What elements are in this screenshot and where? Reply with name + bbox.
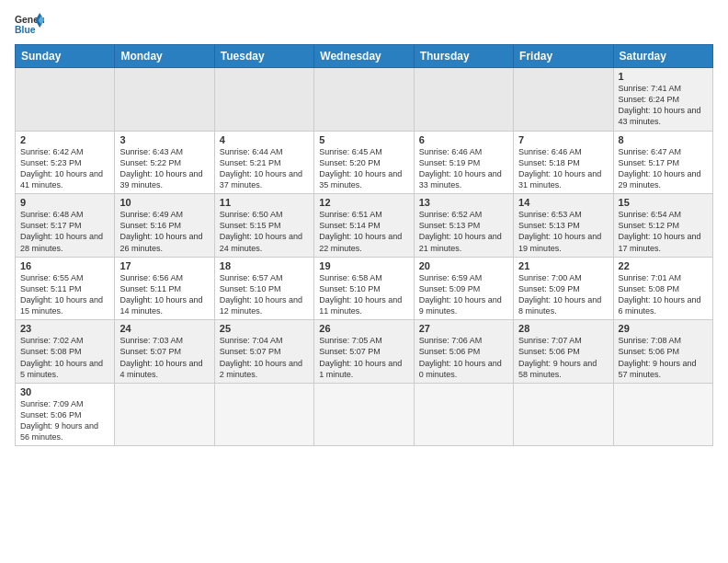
day-info: Sunrise: 6:55 AM Sunset: 5:11 PM Dayligh… — [20, 272, 109, 317]
calendar-day-cell: 29Sunrise: 7:08 AM Sunset: 5:06 PM Dayli… — [613, 320, 712, 384]
page: General Blue SundayMondayTuesdayWednesda… — [0, 0, 728, 563]
day-info: Sunrise: 6:53 AM Sunset: 5:13 PM Dayligh… — [518, 209, 608, 254]
calendar-day-cell — [414, 68, 513, 132]
weekday-header-saturday: Saturday — [613, 45, 712, 68]
calendar-day-cell — [214, 383, 313, 446]
calendar-day-cell — [115, 68, 214, 132]
day-info: Sunrise: 6:58 AM Sunset: 5:10 PM Dayligh… — [319, 272, 408, 317]
day-number: 30 — [20, 386, 109, 397]
day-number: 17 — [119, 260, 209, 271]
calendar-day-cell — [314, 383, 414, 446]
calendar-day-cell: 19Sunrise: 6:58 AM Sunset: 5:10 PM Dayli… — [314, 257, 414, 320]
calendar-day-cell: 1Sunrise: 7:41 AM Sunset: 6:24 PM Daylig… — [613, 68, 712, 132]
day-number: 27 — [419, 323, 508, 334]
day-info: Sunrise: 6:42 AM Sunset: 5:23 PM Dayligh… — [20, 146, 109, 191]
calendar-day-cell: 18Sunrise: 6:57 AM Sunset: 5:10 PM Dayli… — [214, 257, 313, 320]
calendar-day-cell: 24Sunrise: 7:03 AM Sunset: 5:07 PM Dayli… — [115, 320, 214, 384]
day-info: Sunrise: 7:07 AM Sunset: 5:06 PM Dayligh… — [518, 335, 608, 380]
calendar-day-cell: 5Sunrise: 6:45 AM Sunset: 5:20 PM Daylig… — [314, 131, 414, 194]
day-number: 5 — [319, 134, 408, 145]
day-number: 23 — [20, 323, 109, 334]
day-info: Sunrise: 7:05 AM Sunset: 5:07 PM Dayligh… — [319, 335, 408, 380]
day-number: 29 — [619, 323, 708, 334]
calendar-day-cell — [314, 68, 414, 132]
calendar-day-cell — [613, 383, 712, 446]
day-number: 12 — [319, 197, 408, 208]
day-info: Sunrise: 6:45 AM Sunset: 5:20 PM Dayligh… — [319, 146, 408, 191]
calendar-day-cell: 22Sunrise: 7:01 AM Sunset: 5:08 PM Dayli… — [613, 257, 712, 320]
calendar-day-cell: 26Sunrise: 7:05 AM Sunset: 5:07 PM Dayli… — [314, 320, 414, 384]
day-info: Sunrise: 7:41 AM Sunset: 6:24 PM Dayligh… — [619, 83, 708, 128]
day-info: Sunrise: 6:48 AM Sunset: 5:17 PM Dayligh… — [20, 209, 109, 254]
day-number: 21 — [518, 260, 608, 271]
day-info: Sunrise: 7:02 AM Sunset: 5:08 PM Dayligh… — [20, 335, 109, 380]
day-number: 24 — [119, 323, 209, 334]
calendar-day-cell: 15Sunrise: 6:54 AM Sunset: 5:12 PM Dayli… — [613, 194, 712, 258]
calendar-day-cell: 30Sunrise: 7:09 AM Sunset: 5:06 PM Dayli… — [16, 383, 115, 446]
day-number: 4 — [220, 134, 309, 145]
calendar-day-cell: 11Sunrise: 6:50 AM Sunset: 5:15 PM Dayli… — [214, 194, 313, 258]
header: General Blue — [15, 11, 713, 37]
day-number: 20 — [419, 260, 508, 271]
day-info: Sunrise: 6:56 AM Sunset: 5:11 PM Dayligh… — [119, 272, 209, 317]
calendar-day-cell: 8Sunrise: 6:47 AM Sunset: 5:17 PM Daylig… — [613, 131, 712, 194]
calendar-week-row: 9Sunrise: 6:48 AM Sunset: 5:17 PM Daylig… — [16, 194, 713, 258]
weekday-header-sunday: Sunday — [16, 45, 115, 68]
weekday-header-wednesday: Wednesday — [314, 45, 414, 68]
calendar-day-cell: 28Sunrise: 7:07 AM Sunset: 5:06 PM Dayli… — [514, 320, 613, 384]
day-info: Sunrise: 6:47 AM Sunset: 5:17 PM Dayligh… — [619, 146, 708, 191]
calendar-day-cell: 9Sunrise: 6:48 AM Sunset: 5:17 PM Daylig… — [16, 194, 115, 258]
day-info: Sunrise: 6:57 AM Sunset: 5:10 PM Dayligh… — [220, 272, 309, 317]
calendar-day-cell: 3Sunrise: 6:43 AM Sunset: 5:22 PM Daylig… — [115, 131, 214, 194]
day-number: 6 — [419, 134, 508, 145]
calendar-day-cell: 21Sunrise: 7:00 AM Sunset: 5:09 PM Dayli… — [514, 257, 613, 320]
calendar-day-cell — [514, 68, 613, 132]
day-info: Sunrise: 7:03 AM Sunset: 5:07 PM Dayligh… — [119, 335, 209, 380]
day-number: 22 — [619, 260, 708, 271]
calendar-day-cell: 20Sunrise: 6:59 AM Sunset: 5:09 PM Dayli… — [414, 257, 513, 320]
calendar-day-cell — [115, 383, 214, 446]
day-info: Sunrise: 6:52 AM Sunset: 5:13 PM Dayligh… — [419, 209, 508, 254]
calendar-day-cell: 10Sunrise: 6:49 AM Sunset: 5:16 PM Dayli… — [115, 194, 214, 258]
day-number: 7 — [518, 134, 608, 145]
calendar-header-row: SundayMondayTuesdayWednesdayThursdayFrid… — [16, 45, 713, 68]
calendar-day-cell — [214, 68, 313, 132]
calendar-table: SundayMondayTuesdayWednesdayThursdayFrid… — [15, 44, 713, 446]
day-number: 2 — [20, 134, 109, 145]
day-number: 25 — [220, 323, 309, 334]
day-number: 14 — [518, 197, 608, 208]
day-info: Sunrise: 7:04 AM Sunset: 5:07 PM Dayligh… — [220, 335, 309, 380]
day-info: Sunrise: 7:09 AM Sunset: 5:06 PM Dayligh… — [20, 398, 109, 443]
calendar-day-cell — [16, 68, 115, 132]
weekday-header-tuesday: Tuesday — [214, 45, 313, 68]
logo: General Blue — [15, 11, 44, 37]
day-number: 18 — [220, 260, 309, 271]
calendar-day-cell: 17Sunrise: 6:56 AM Sunset: 5:11 PM Dayli… — [115, 257, 214, 320]
day-number: 13 — [419, 197, 508, 208]
calendar-week-row: 23Sunrise: 7:02 AM Sunset: 5:08 PM Dayli… — [16, 320, 713, 384]
calendar-week-row: 1Sunrise: 7:41 AM Sunset: 6:24 PM Daylig… — [16, 68, 713, 132]
day-info: Sunrise: 6:43 AM Sunset: 5:22 PM Dayligh… — [119, 146, 209, 191]
weekday-header-thursday: Thursday — [414, 45, 513, 68]
day-info: Sunrise: 7:08 AM Sunset: 5:06 PM Dayligh… — [619, 335, 708, 380]
calendar-week-row: 30Sunrise: 7:09 AM Sunset: 5:06 PM Dayli… — [16, 383, 713, 446]
day-info: Sunrise: 6:51 AM Sunset: 5:14 PM Dayligh… — [319, 209, 408, 254]
calendar-week-row: 2Sunrise: 6:42 AM Sunset: 5:23 PM Daylig… — [16, 131, 713, 194]
day-number: 11 — [220, 197, 309, 208]
calendar-day-cell: 23Sunrise: 7:02 AM Sunset: 5:08 PM Dayli… — [16, 320, 115, 384]
calendar-day-cell — [514, 383, 613, 446]
calendar-day-cell: 12Sunrise: 6:51 AM Sunset: 5:14 PM Dayli… — [314, 194, 414, 258]
day-info: Sunrise: 6:49 AM Sunset: 5:16 PM Dayligh… — [119, 209, 209, 254]
day-info: Sunrise: 7:01 AM Sunset: 5:08 PM Dayligh… — [619, 272, 708, 317]
day-info: Sunrise: 6:44 AM Sunset: 5:21 PM Dayligh… — [220, 146, 309, 191]
day-info: Sunrise: 6:46 AM Sunset: 5:19 PM Dayligh… — [419, 146, 508, 191]
calendar-week-row: 16Sunrise: 6:55 AM Sunset: 5:11 PM Dayli… — [16, 257, 713, 320]
svg-text:Blue: Blue — [15, 25, 36, 35]
day-number: 16 — [20, 260, 109, 271]
calendar-day-cell: 13Sunrise: 6:52 AM Sunset: 5:13 PM Dayli… — [414, 194, 513, 258]
day-number: 1 — [619, 71, 708, 82]
calendar-day-cell: 27Sunrise: 7:06 AM Sunset: 5:06 PM Dayli… — [414, 320, 513, 384]
day-info: Sunrise: 6:54 AM Sunset: 5:12 PM Dayligh… — [619, 209, 708, 254]
day-number: 28 — [518, 323, 608, 334]
calendar-day-cell: 6Sunrise: 6:46 AM Sunset: 5:19 PM Daylig… — [414, 131, 513, 194]
